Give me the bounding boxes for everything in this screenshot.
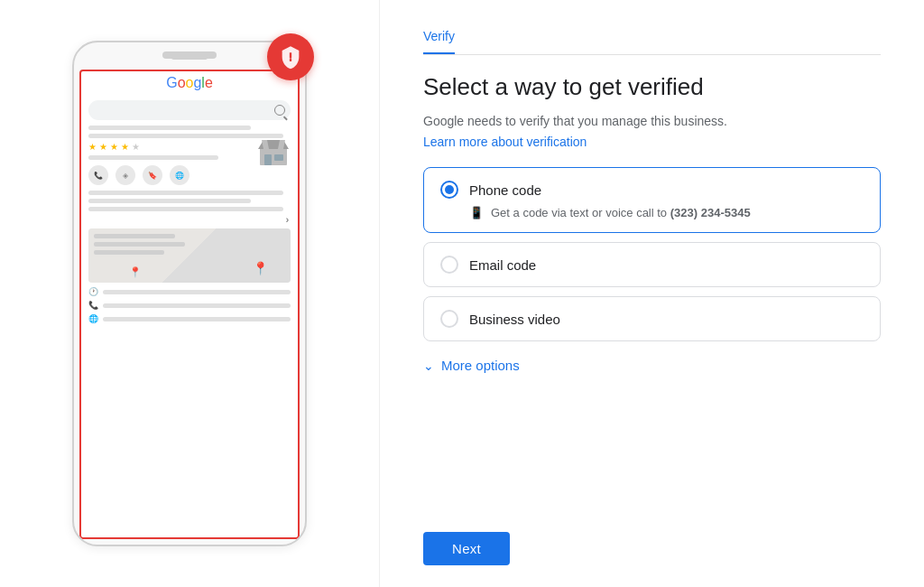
star-3: ★ (110, 142, 118, 152)
globe-icon: 🌐 (88, 314, 97, 323)
icon-circle-bookmark: 🔖 (143, 165, 162, 185)
phone-screen: Google ★ ★ ★ ★ ★ (79, 70, 300, 539)
stub-line-5 (88, 199, 251, 203)
chevron-right-icon: › (286, 215, 289, 225)
clock-stub (103, 290, 291, 294)
option-video-label: Business video (469, 312, 560, 327)
map-stub-1 (94, 234, 175, 238)
globe-stub (103, 317, 291, 321)
learn-more-link[interactable]: Learn more about verification (423, 135, 881, 149)
option-phone-detail: 📱 Get a code via text or voice call to (… (469, 206, 864, 219)
tab-verify[interactable]: Verify (423, 22, 455, 54)
phone-stub (103, 303, 291, 308)
tab-header: Verify (423, 22, 881, 55)
map-stub-2 (94, 242, 185, 247)
map-area: 📍 📍 (88, 228, 291, 283)
star-2: ★ (99, 142, 107, 152)
stub-line-2 (88, 134, 283, 138)
icon-circle-globe: 🌐 (170, 165, 189, 185)
star-4: ★ (121, 142, 129, 152)
shield-icon: ! (278, 44, 303, 70)
more-options-label: More options (441, 358, 520, 373)
info-row-globe: 🌐 (88, 314, 291, 323)
phone-speaker (171, 55, 208, 60)
info-row-phone: 📞 (88, 301, 291, 310)
phone-number: (323) 234-5345 (670, 206, 751, 219)
radio-phone-inner (445, 185, 454, 194)
phone-search-bar (88, 100, 291, 120)
store-icon-area (256, 133, 291, 171)
option-email-header: Email code (440, 256, 864, 274)
phone-container: ! Google (72, 41, 307, 546)
star-1: ★ (88, 142, 97, 152)
option-email-card[interactable]: Email code (423, 242, 881, 287)
map-text-area (94, 234, 195, 255)
option-phone-card[interactable]: Phone code 📱 Get a code via text or voic… (423, 167, 881, 233)
shield-badge: ! (267, 33, 314, 80)
phone-detail-text: Get a code via text or voice call to (32… (491, 206, 751, 219)
option-email-label: Email code (469, 257, 536, 273)
icon-circle-phone: 📞 (88, 165, 108, 185)
chevron-row: › (81, 215, 298, 225)
icon-circle-nav: ◈ (116, 165, 135, 185)
radio-video (440, 310, 458, 328)
info-row-clock: 🕐 (88, 287, 291, 296)
svg-rect-3 (274, 154, 283, 161)
phone-search-icon (274, 105, 285, 116)
option-video-card[interactable]: Business video (423, 296, 881, 341)
phone-mockup-panel: ! Google (0, 0, 379, 587)
radio-phone (440, 181, 458, 199)
chevron-down-icon: ⌄ (423, 359, 434, 373)
stub-line-4 (88, 191, 283, 195)
option-phone-label: Phone code (469, 182, 541, 198)
description-text: Google needs to verify that you manage t… (423, 112, 881, 131)
right-panel: Verify Select a way to get verified Goog… (379, 0, 924, 587)
option-phone-header: Phone code (440, 181, 864, 199)
svg-rect-2 (264, 154, 272, 165)
stub-line-6 (88, 207, 283, 211)
phone-mockup: Google ★ ★ ★ ★ ★ (72, 41, 307, 546)
map-pin-2: 📍 (129, 266, 142, 278)
stub-line-3 (88, 155, 218, 160)
svg-marker-6 (269, 140, 278, 149)
more-options-row[interactable]: ⌄ More options (423, 358, 881, 373)
option-video-header: Business video (440, 310, 864, 328)
radio-email (440, 256, 458, 274)
stub-line-1 (88, 126, 251, 130)
map-pin-1: 📍 (253, 261, 268, 275)
map-stub-3 (94, 250, 164, 255)
phone-handset-icon: 📱 (469, 206, 484, 219)
clock-icon: 🕐 (88, 287, 97, 296)
next-btn-row: Next (423, 517, 881, 565)
phone-icon: 📞 (88, 301, 97, 310)
page-title: Select a way to get verified (423, 73, 881, 101)
stars-section: ★ ★ ★ ★ ★ (81, 142, 298, 160)
store-icon (256, 133, 291, 167)
google-logo: Google (81, 75, 298, 91)
next-button[interactable]: Next (423, 532, 510, 565)
